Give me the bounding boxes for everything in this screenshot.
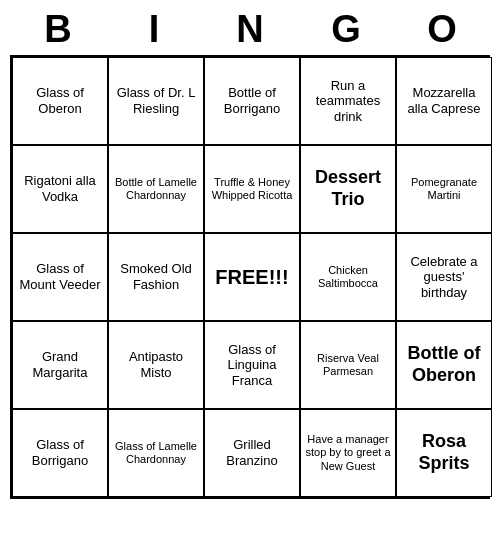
bingo-cell-14: Celebrate a guests' birthday xyxy=(396,233,492,321)
bingo-cell-5: Rigatoni alla Vodka xyxy=(12,145,108,233)
bingo-header: B I N G O xyxy=(10,0,490,55)
bingo-cell-21: Glass of Lamelle Chardonnay xyxy=(108,409,204,497)
letter-i: I xyxy=(110,8,198,51)
bingo-cell-10: Glass of Mount Veeder xyxy=(12,233,108,321)
bingo-cell-7: Truffle & Honey Whipped Ricotta xyxy=(204,145,300,233)
bingo-cell-22: Grilled Branzino xyxy=(204,409,300,497)
bingo-cell-0: Glass of Oberon xyxy=(12,57,108,145)
bingo-cell-17: Glass of Linguina Franca xyxy=(204,321,300,409)
bingo-cell-1: Glass of Dr. L Riesling xyxy=(108,57,204,145)
bingo-cell-4: Mozzarella alla Caprese xyxy=(396,57,492,145)
bingo-cell-18: Riserva Veal Parmesan xyxy=(300,321,396,409)
bingo-cell-20: Glass of Borrigano xyxy=(12,409,108,497)
bingo-cell-8: Dessert Trio xyxy=(300,145,396,233)
bingo-cell-23: Have a manager stop by to greet a New Gu… xyxy=(300,409,396,497)
letter-b: B xyxy=(14,8,102,51)
bingo-cell-15: Grand Margarita xyxy=(12,321,108,409)
letter-n: N xyxy=(206,8,294,51)
bingo-cell-11: Smoked Old Fashion xyxy=(108,233,204,321)
letter-g: G xyxy=(302,8,390,51)
bingo-cell-3: Run a teammates drink xyxy=(300,57,396,145)
bingo-cell-19: Bottle of Oberon xyxy=(396,321,492,409)
bingo-cell-9: Pomegranate Martini xyxy=(396,145,492,233)
bingo-cell-6: Bottle of Lamelle Chardonnay xyxy=(108,145,204,233)
bingo-cell-12: FREE!!! xyxy=(204,233,300,321)
bingo-cell-24: Rosa Sprits xyxy=(396,409,492,497)
bingo-grid: Glass of OberonGlass of Dr. L RieslingBo… xyxy=(10,55,490,499)
bingo-cell-16: Antipasto Misto xyxy=(108,321,204,409)
bingo-cell-2: Bottle of Borrigano xyxy=(204,57,300,145)
letter-o: O xyxy=(398,8,486,51)
bingo-cell-13: Chicken Saltimbocca xyxy=(300,233,396,321)
